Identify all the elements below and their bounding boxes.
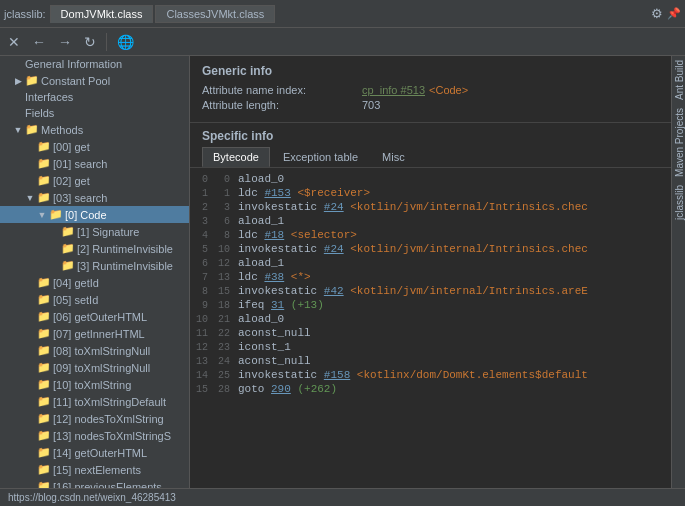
sidebar-item-method-10[interactable]: 📁 [10] toXmlString [0,376,189,393]
offset-num: 21 [214,314,238,325]
sidebar-label-interfaces: Interfaces [25,91,73,103]
sidebar-item-fields[interactable]: Fields [0,105,189,121]
maven-projects-label[interactable]: Maven Projects [672,104,685,181]
sidebar-label-constant-pool: Constant Pool [41,75,110,87]
forward-button[interactable]: → [54,32,76,52]
close-button[interactable]: ✕ [4,32,24,52]
sidebar-item-signature-1[interactable]: 📁 [1] Signature [0,223,189,240]
refresh-button[interactable]: ↻ [80,32,100,52]
instruction-comment: (+13) [284,299,324,311]
generic-info-section: Generic info Attribute name index: cp_in… [190,56,671,123]
instruction-comment: (+262) [291,383,337,395]
code-line-0: 0 0 aload_0 [190,172,671,186]
offset-num: 8 [214,230,238,241]
instruction: ifeq [238,299,271,311]
sidebar-label-method-12: [12] nodesToXmlString [53,413,164,425]
instruction-extra [291,187,298,199]
cp-link[interactable]: 290 [271,383,291,395]
attribute-name-link[interactable]: cp_info #513 [362,84,425,96]
sidebar-item-method-01[interactable]: 📁 [01] search [0,155,189,172]
gear-icon[interactable]: ⚙ [651,6,663,21]
sidebar-item-method-14[interactable]: 📁 [14] getOuterHTML [0,444,189,461]
sidebar-item-code-0[interactable]: ▼ 📁 [0] Code [0,206,189,223]
content-tab-bar: Bytecode Exception table Misc [190,147,671,168]
cp-link[interactable]: #38 [264,271,284,283]
sidebar-label-method-08: [08] toXmlStringNull [53,345,150,357]
instruction-extra [284,229,291,241]
sidebar-label-method-01: [01] search [53,158,107,170]
instruction: goto [238,383,271,395]
expand-icon [24,379,36,391]
tab-bytecode[interactable]: Bytecode [202,147,270,167]
expand-icon [24,311,36,323]
attribute-length-row: Attribute length: 703 [202,99,659,111]
cp-link[interactable]: #24 [324,243,344,255]
sidebar-item-constant-pool[interactable]: ▶ 📁 Constant Pool [0,72,189,89]
sidebar-item-method-08[interactable]: 📁 [08] toXmlStringNull [0,342,189,359]
jclasslib-label[interactable]: jclasslib [672,181,685,224]
type-ref: <selector> [291,229,357,241]
expand-icon [24,481,36,489]
expand-icon [12,91,24,103]
sidebar-item-method-12[interactable]: 📁 [12] nodesToXmlString [0,410,189,427]
globe-button[interactable]: 🌐 [113,32,138,52]
cp-link[interactable]: #42 [324,285,344,297]
attribute-length-label: Attribute length: [202,99,362,111]
code-line-3: 3 6 aload_1 [190,214,671,228]
expand-icon [48,243,60,255]
code-line-2: 2 3 invokestatic #24 <kotlin/jvm/interna… [190,200,671,214]
sidebar-item-methods[interactable]: ▼ 📁 Methods [0,121,189,138]
type-ref: <kotlin/jvm/internal/Intrinsics.chec [350,243,588,255]
cp-link[interactable]: #153 [264,187,290,199]
line-num: 0 [190,174,214,185]
offset-num: 6 [214,216,238,227]
tab-domjvmkt[interactable]: DomJVMkt.class [50,5,154,23]
folder-icon: 📁 [37,157,51,170]
sidebar-item-method-11[interactable]: 📁 [11] toXmlStringDefault [0,393,189,410]
code-line-10: 10 21 aload_0 [190,312,671,326]
sidebar-item-runtime-3[interactable]: 📁 [3] RuntimeInvisible [0,257,189,274]
sidebar-item-method-00[interactable]: 📁 [00] get [0,138,189,155]
expand-icon [24,396,36,408]
tab-misc[interactable]: Misc [371,147,416,167]
sidebar-label-method-11: [11] toXmlStringDefault [53,396,166,408]
sidebar-item-method-03[interactable]: ▼ 📁 [03] search [0,189,189,206]
cp-link[interactable]: #158 [324,369,350,381]
offset-num: 24 [214,356,238,367]
ant-build-label[interactable]: Ant Build [672,56,685,104]
sidebar-item-general-info[interactable]: General Information [0,56,189,72]
attribute-name-type: <Code> [429,84,468,96]
line-num: 5 [190,244,214,255]
tab-classesjvmkt[interactable]: ClassesJVMkt.class [155,5,275,23]
sidebar-item-method-15[interactable]: 📁 [15] nextElements [0,461,189,478]
code-line-7: 7 13 ldc #38 <*> [190,270,671,284]
instruction: aload_0 [238,313,284,325]
expand-icon [48,260,60,272]
cp-link[interactable]: #24 [324,201,344,213]
tab-exception-table[interactable]: Exception table [272,147,369,167]
cp-link[interactable]: 31 [271,299,284,311]
sidebar-item-method-05[interactable]: 📁 [05] setId [0,291,189,308]
cp-link[interactable]: #18 [264,229,284,241]
sidebar-item-method-16[interactable]: 📁 [16] previousElements [0,478,189,488]
sidebar-item-method-04[interactable]: 📁 [04] getId [0,274,189,291]
code-line-4: 4 8 ldc #18 <selector> [190,228,671,242]
sidebar-label-general-info: General Information [25,58,122,70]
sidebar-item-method-02[interactable]: 📁 [02] get [0,172,189,189]
sidebar-label-method-15: [15] nextElements [53,464,141,476]
sidebar-item-method-07[interactable]: 📁 [07] getInnerHTML [0,325,189,342]
folder-icon: 📁 [37,412,51,425]
offset-num: 10 [214,244,238,255]
bytecode-view: 0 0 aload_0 1 1 ldc #153 <$receiver> 2 [190,168,671,488]
sidebar-item-method-09[interactable]: 📁 [09] toXmlStringNull [0,359,189,376]
sidebar-item-method-06[interactable]: 📁 [06] getOuterHTML [0,308,189,325]
back-button[interactable]: ← [28,32,50,52]
expand-icon [24,328,36,340]
line-num: 1 [190,188,214,199]
sidebar-item-runtime-2[interactable]: 📁 [2] RuntimeInvisible [0,240,189,257]
folder-icon: 📁 [25,123,39,136]
sidebar-item-interfaces[interactable]: Interfaces [0,89,189,105]
sidebar-item-method-13[interactable]: 📁 [13] nodesToXmlStringS [0,427,189,444]
folder-icon: 📁 [61,259,75,272]
pin-icon[interactable]: 📌 [667,7,681,20]
